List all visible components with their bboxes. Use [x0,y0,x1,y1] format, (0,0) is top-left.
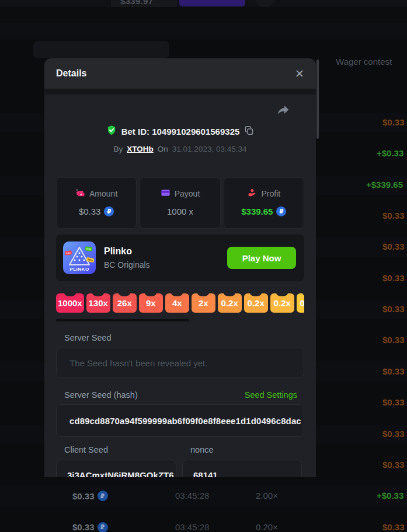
page-band [0,23,407,40]
multiplier-chip: 0.2x [297,293,304,313]
bet-profit: $0.33 [382,242,405,251]
server-seed-placeholder: The Seed hasn't been revealed yet. [69,358,207,368]
multiplier-chip: 0.2x [218,293,242,313]
server-seed-hash-label: Server Seed (hash) [64,390,138,400]
bet-profit: +$0.33 [377,148,403,158]
bet-profit: $0.33 [382,211,405,220]
bet-time: 03:45:28 [175,522,209,532]
bet-profit: $0.33 [382,460,405,470]
server-seed-hash-value: cd89cd8870a94f599999ab6f09f0e8f8eee1d1d0… [69,416,301,426]
stat-amount-value: $0.33 [79,206,101,216]
copy-icon[interactable] [244,125,254,138]
plinko-game-icon[interactable]: 2.1x 0.5x 820x PLINKO [63,242,96,274]
client-seed-field[interactable]: 3i3ACmxtN6iRM8GQkZT6 [56,460,176,477]
multiplier-chip: 0.2x [270,293,294,313]
stat-amount: Amount $0.33 ₽ [56,177,137,229]
bet-profit: $0.33 [382,335,405,345]
modal-header: Details ✕ [44,58,316,89]
ruble-coin-icon: ₽ [98,522,108,532]
bet-profit: $0.33 [382,522,405,532]
chips-scrollbar[interactable] [56,319,189,321]
multiplier-chip: 1000x [56,293,84,313]
bet-profit: $0.33 [382,366,405,376]
multiplier-chip: 4x [165,293,189,313]
bet-multiplier: 0.20× [256,522,278,532]
bet-profit: $0.33 [382,429,405,439]
nonce-label: nonce [182,445,302,455]
bet-amount: $0.33 [72,491,95,501]
modal-scrollbar-thumb[interactable] [316,60,319,139]
modal-title: Details [56,68,86,79]
plinko-logo-text: PLINKO [63,267,96,272]
ruble-coin-icon: ₽ [276,206,286,216]
bet-profit: $0.33 [382,117,405,127]
share-icon[interactable] [276,103,290,123]
stat-payout-value: 1000 x [167,206,193,216]
page-band [0,7,407,23]
deposit-button[interactable] [179,0,245,6]
multiplier-chip: 26x [113,293,137,313]
bet-multiplier: 2.00× [256,491,278,501]
hand-coin-icon [247,188,257,200]
bet-id: Bet ID: 104991029601569325 [121,127,240,136]
topbar: $339.97 [0,0,407,7]
bets-tab-strip[interactable] [33,41,169,58]
tab-wager-contest[interactable]: Wager contest [336,57,392,66]
play-now-button[interactable]: Play Now [227,247,296,269]
bet-time: 03:45:28 [175,491,209,501]
on-label: On [158,145,168,153]
table-row[interactable]: $0.33 ₽ 03:45:28 2.00× +$0.33 [0,487,407,506]
modal-body: Bet ID: 104991029601569325 By XTOHb On 3… [44,94,316,477]
close-icon[interactable]: ✕ [295,68,304,79]
server-seed-field: The Seed hasn't been revealed yet. [56,348,304,378]
multiplier-chip: 0.2x [244,293,268,313]
stat-label: Payout [175,189,200,198]
page: $339.97 Wager contest $0.33 +$0.33 [0,0,407,532]
stat-label: Profit [261,189,280,198]
bet-profit: +$339.65 [366,180,403,190]
multiplier-chips: 1000x130x26x9x4x2x0.2x0.2x0.2x0.2x [56,293,304,313]
server-seed-hash-field: cd89cd8870a94f599999ab6f09f0e8f8eee1d1d0… [56,404,304,437]
client-seed-value: 3i3ACmxtN6iRM8GQkZT6 [67,470,174,478]
card-icon [161,188,171,200]
bet-datetime: 31.01.2023, 03:45:34 [172,145,247,153]
nonce-field[interactable]: 68141 [182,460,302,477]
username-link[interactable]: XTOHb [127,145,154,153]
game-card: 2.1x 0.5x 820x PLINKO Plinko BC Original… [56,235,304,281]
stat-label: Amount [89,189,117,198]
bet-profit: $0.33 [382,273,405,283]
server-seed-label: Server Seed [56,333,304,343]
money-icon [75,188,85,200]
stat-profit-value: $339.65 [241,206,273,216]
plinko-tag: 0.5x [85,246,93,251]
stat-profit: Profit $339.65 ₽ [224,177,304,229]
multiplier-chip: 130x [86,293,110,313]
bet-profit: $0.33 [382,397,405,407]
bet-profit: +$0.33 [377,491,403,501]
stat-payout: Payout 1000 x [140,177,220,229]
balance-value: $339.97 [120,0,153,6]
bet-profit: $0.33 [382,304,405,314]
multiplier-chip: 9x [139,293,163,313]
ruble-coin-icon: ₽ [98,491,108,501]
verified-shield-icon [106,125,117,138]
bet-details-modal: Details ✕ Bet ID: 104991029601569325 B [44,58,316,477]
game-name: Plinko [104,246,219,257]
table-row[interactable]: $0.33 ₽ 03:45:28 0.20× $0.33 [0,518,407,532]
seed-settings-link[interactable]: Seed Settings [245,390,297,400]
balance-display[interactable]: $339.97 [111,0,177,7]
ruble-coin-icon: ₽ [104,206,114,216]
multiplier-chip: 2x [192,293,215,313]
nonce-value: 68141 [193,470,218,478]
bet-amount: $0.33 [72,522,95,532]
client-seed-label: Client Seed [56,445,176,455]
game-provider: BC Originals [104,260,219,270]
by-label: By [114,145,123,153]
modal-header-divider [44,89,316,94]
